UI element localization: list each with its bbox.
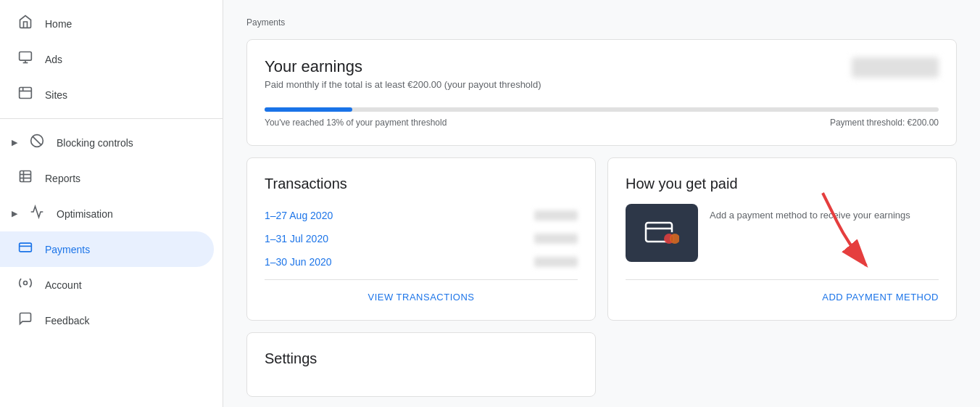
nav-divider-1: [0, 118, 223, 119]
sidebar-item-blocking-controls[interactable]: ▶ Blocking controls: [0, 125, 214, 160]
table-row: 1–31 Jul 2020: [265, 227, 578, 250]
sites-icon: [17, 86, 33, 104]
transactions-title: Transactions: [265, 176, 578, 192]
add-payment-method-button[interactable]: ADD PAYMENT METHOD: [626, 279, 939, 303]
payments-icon: [17, 240, 33, 258]
add-payment-method-label: ADD PAYMENT METHOD: [822, 292, 939, 303]
feedback-icon: [17, 311, 33, 329]
sidebar-item-optimisation[interactable]: ▶ Optimisation: [0, 196, 214, 231]
progress-labels: You've reached 13% of your payment thres…: [265, 118, 939, 128]
sidebar-item-sites-label: Sites: [45, 89, 67, 101]
ads-icon: [17, 50, 33, 68]
transaction-link-jul[interactable]: 1–31 Jul 2020: [265, 233, 328, 244]
transaction-link-jun[interactable]: 1–30 Jun 2020: [265, 256, 332, 268]
progress-label-right: Payment threshold: €200.00: [830, 118, 939, 128]
sidebar-item-payments-label: Payments: [45, 244, 90, 255]
svg-rect-12: [20, 243, 32, 252]
expand-arrow-optimisation: ▶: [12, 209, 17, 218]
sidebar-item-account-label: Account: [45, 279, 82, 291]
earnings-header: Your earnings Paid monthly if the total …: [265, 57, 939, 90]
svg-rect-3: [20, 88, 32, 99]
earnings-info: Your earnings Paid monthly if the total …: [265, 57, 541, 90]
sidebar-item-sites[interactable]: Sites: [0, 77, 214, 112]
settings-card: Settings: [246, 332, 596, 397]
payment-card-icon: [644, 218, 679, 247]
progress-bar-fill: [265, 107, 352, 112]
transaction-link-aug[interactable]: 1–27 Aug 2020: [265, 210, 333, 221]
payment-info-row: Add a payment method to receive your ear…: [626, 204, 939, 268]
sidebar-item-feedback-label: Feedback: [45, 315, 89, 326]
sidebar-item-home-label: Home: [45, 18, 72, 30]
sidebar-item-ads[interactable]: Ads: [0, 41, 214, 77]
sidebar-item-optimisation-label: Optimisation: [57, 208, 113, 220]
earnings-title: Your earnings: [265, 57, 541, 76]
earnings-amount-blurred: [852, 57, 939, 78]
sidebar-item-payments[interactable]: Payments: [0, 231, 214, 267]
svg-rect-0: [20, 52, 32, 61]
svg-point-14: [24, 281, 28, 285]
transaction-amount-aug: [534, 210, 578, 221]
table-row: 1–30 Jun 2020: [265, 250, 578, 274]
home-icon: [17, 15, 33, 33]
sidebar-item-blocking-label: Blocking controls: [57, 137, 133, 149]
progress-label-left: You've reached 13% of your payment thres…: [265, 118, 447, 128]
expand-arrow-blocking: ▶: [12, 138, 17, 147]
transaction-amount-jun: [534, 257, 578, 267]
payment-icon-box: [626, 204, 698, 262]
main-content: Payments Your earnings Paid monthly if t…: [223, 0, 980, 407]
optimisation-icon: [29, 205, 45, 223]
how-you-get-paid-card: How you get paid Add a payment method to…: [607, 157, 957, 321]
table-row: 1–27 Aug 2020: [265, 204, 578, 227]
svg-rect-8: [20, 171, 31, 182]
sidebar-item-ads-label: Ads: [45, 54, 62, 65]
progress-bar-track: [265, 107, 939, 112]
sidebar-item-reports[interactable]: Reports: [0, 160, 214, 196]
svg-line-7: [33, 136, 41, 145]
earnings-subtitle: Paid monthly if the total is at least €2…: [265, 79, 541, 90]
cards-row: Transactions 1–27 Aug 2020 1–31 Jul 2020…: [246, 157, 957, 321]
sidebar-item-account[interactable]: Account: [0, 267, 214, 303]
transactions-card: Transactions 1–27 Aug 2020 1–31 Jul 2020…: [246, 157, 596, 321]
payment-info-text: Add a payment method to receive your ear…: [710, 210, 910, 221]
account-icon: [17, 276, 33, 294]
reports-icon: [17, 169, 33, 187]
sidebar-item-reports-label: Reports: [45, 173, 80, 184]
breadcrumb: Payments: [246, 17, 957, 28]
view-transactions-button[interactable]: VIEW TRANSACTIONS: [265, 279, 578, 303]
blocking-icon: [29, 133, 45, 152]
transaction-amount-jul: [534, 234, 578, 244]
earnings-card: Your earnings Paid monthly if the total …: [246, 39, 957, 146]
sidebar: Home Ads Sites ▶ Blocking controls Repor…: [0, 0, 223, 407]
sidebar-item-home[interactable]: Home: [0, 6, 214, 41]
settings-title: Settings: [265, 350, 578, 367]
sidebar-item-feedback[interactable]: Feedback: [0, 303, 214, 338]
how-you-get-paid-title: How you get paid: [626, 176, 939, 192]
progress-section: You've reached 13% of your payment thres…: [265, 107, 939, 128]
